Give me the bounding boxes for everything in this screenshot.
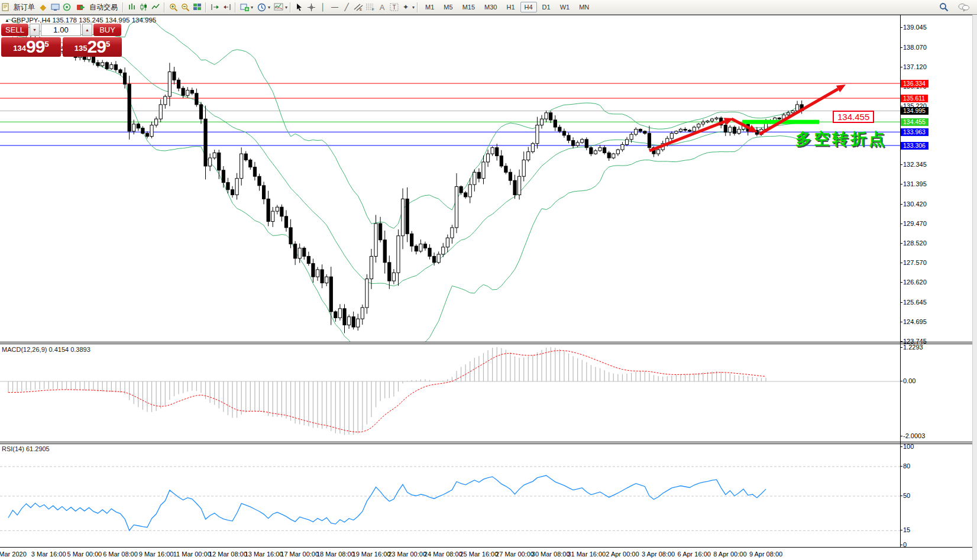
trendline-icon[interactable]: ╱ bbox=[341, 2, 352, 12]
toolbar-separator bbox=[205, 2, 206, 12]
rsi-tick-label: 15 bbox=[903, 526, 910, 533]
price-line-badge: 133.306 bbox=[901, 142, 929, 150]
equidistant-channel-icon[interactable]: E bbox=[352, 2, 364, 12]
timeframe-h4[interactable]: H4 bbox=[520, 2, 537, 12]
tile-windows-icon[interactable] bbox=[191, 2, 203, 12]
auto-trading-button[interactable]: 自动交易 bbox=[73, 1, 120, 13]
crosshair-icon[interactable] bbox=[305, 2, 317, 12]
macd-pane[interactable] bbox=[0, 344, 900, 442]
timeframe-m30[interactable]: M30 bbox=[480, 2, 501, 12]
toolbar-separator bbox=[417, 2, 418, 12]
indicators-icon[interactable] bbox=[273, 2, 284, 12]
time-axis-label: 11 Mar 00:00 bbox=[173, 551, 211, 558]
time-axis-label: 23 Mar 00:00 bbox=[388, 551, 426, 558]
pane-separator[interactable] bbox=[0, 342, 977, 342]
macd-tick-label: 1.2293 bbox=[903, 344, 923, 351]
vertical-line-icon[interactable]: │ bbox=[317, 2, 329, 12]
price-tick-label: 131.395 bbox=[903, 180, 927, 187]
time-axis-label: 6 Mar 08:00 bbox=[103, 551, 138, 558]
price-line-badge: 135.611 bbox=[901, 95, 928, 102]
time-axis-label: 13 Mar 16:00 bbox=[245, 551, 283, 558]
svg-text:F: F bbox=[372, 8, 374, 11]
new-chart-icon[interactable] bbox=[238, 2, 250, 12]
time-axis-label: Mar 2020 bbox=[0, 551, 27, 558]
bar-chart-icon[interactable] bbox=[126, 2, 138, 12]
sell-button[interactable]: SELL bbox=[1, 24, 28, 36]
stack-icon[interactable]: ◆ bbox=[37, 2, 49, 12]
cursor-icon[interactable] bbox=[293, 2, 305, 12]
text-label-icon[interactable]: T bbox=[388, 2, 400, 12]
toolbar-separator bbox=[290, 2, 291, 12]
chat-icon[interactable] bbox=[958, 2, 970, 12]
price-pane[interactable] bbox=[0, 15, 900, 342]
auto-scroll-icon[interactable] bbox=[209, 2, 221, 12]
chevron-down-icon[interactable]: ▾ bbox=[412, 5, 415, 10]
candlestick-icon[interactable] bbox=[138, 2, 150, 12]
monitor-icon[interactable] bbox=[49, 2, 61, 12]
horizontal-line-icon[interactable]: — bbox=[329, 2, 341, 12]
rsi-pane[interactable] bbox=[0, 444, 900, 548]
time-axis-label: 19 Mar 16:00 bbox=[352, 551, 391, 558]
price-line-badge: 133.963 bbox=[901, 128, 929, 136]
buy-price-button[interactable]: 135295 bbox=[63, 37, 122, 57]
timeframe-w1[interactable]: W1 bbox=[556, 2, 574, 12]
volume-increase-button[interactable]: ▲ bbox=[82, 24, 92, 36]
buy-price-sup: 5 bbox=[106, 33, 110, 56]
chevron-down-icon[interactable]: ▾ bbox=[268, 5, 270, 10]
fibonacci-icon[interactable]: F bbox=[364, 2, 376, 12]
price-tick-label: 138.070 bbox=[903, 44, 927, 51]
time-axis-label: 18 Mar 08:00 bbox=[316, 551, 355, 558]
auto-trading-icon bbox=[75, 2, 87, 12]
timeframe-m1[interactable]: M1 bbox=[421, 2, 438, 12]
price-tick-label: 130.420 bbox=[903, 200, 927, 208]
timeframe-h1[interactable]: H1 bbox=[502, 2, 519, 12]
sell-price-big: 99 bbox=[26, 38, 44, 56]
toolbar-separator bbox=[235, 2, 236, 12]
line-chart-icon[interactable] bbox=[150, 2, 161, 12]
buy-price-small: 135 bbox=[75, 41, 88, 56]
pane-separator[interactable] bbox=[0, 442, 977, 442]
time-axis-label: 2 Apr 00:00 bbox=[606, 551, 639, 558]
symbol-timeframe: GBPJPY-,H4 bbox=[11, 17, 50, 24]
rsi-tick-label: 100 bbox=[903, 443, 914, 450]
price-callout-label[interactable]: 134.455 bbox=[833, 111, 874, 123]
zoom-out-icon[interactable] bbox=[179, 2, 191, 12]
time-axis-label: 3 Apr 08:00 bbox=[642, 551, 675, 558]
zoom-in-icon[interactable] bbox=[167, 2, 179, 12]
sell-price-sup: 5 bbox=[44, 33, 48, 56]
chevron-down-icon[interactable]: ▾ bbox=[285, 5, 287, 10]
search-icon[interactable] bbox=[938, 2, 950, 12]
price-tick-label: 124.695 bbox=[903, 318, 927, 325]
price-tick-label: 127.570 bbox=[903, 259, 927, 266]
macd-tick-label: -2.0003 bbox=[903, 432, 925, 439]
timeframe-group: M1M5M15M30H1H4D1W1MN bbox=[420, 2, 594, 12]
sell-price-small: 134 bbox=[13, 41, 26, 56]
timeframe-m15[interactable]: M15 bbox=[458, 2, 479, 12]
time-axis-label: 5 Mar 00:00 bbox=[67, 551, 102, 558]
rsi-label: RSI(14) 61.2905 bbox=[2, 445, 50, 452]
sell-price-button[interactable]: 134995 bbox=[1, 37, 61, 57]
chart-bottom-border bbox=[0, 547, 977, 548]
turning-point-note[interactable]: 多空转折点 bbox=[795, 128, 887, 150]
chart-area[interactable]: 139.045138.070137.120136.170135.220132.3… bbox=[0, 15, 977, 560]
signal-icon[interactable] bbox=[61, 2, 73, 12]
right-scroll-strip[interactable] bbox=[972, 15, 977, 560]
timeframe-d1[interactable]: D1 bbox=[538, 2, 555, 12]
price-tick-label: 137.120 bbox=[903, 63, 927, 70]
text-icon[interactable]: A bbox=[376, 2, 388, 12]
timeframe-m5[interactable]: M5 bbox=[439, 2, 457, 12]
time-axis-label: 9 Apr 08:00 bbox=[749, 551, 782, 558]
time-axis-label: 6 Apr 16:00 bbox=[678, 551, 711, 558]
price-tick-label: 129.470 bbox=[903, 220, 927, 227]
chevron-down-icon[interactable]: ▾ bbox=[251, 5, 253, 10]
period-clock-icon[interactable] bbox=[255, 2, 267, 12]
rsi-tick-label: 0 bbox=[903, 541, 907, 548]
new-order-button[interactable]: 新订单 bbox=[0, 1, 37, 13]
timeframe-mn[interactable]: MN bbox=[575, 2, 593, 12]
arrows-tool-icon[interactable]: ✦ bbox=[400, 2, 412, 12]
collapse-triangle-icon[interactable]: ▲ bbox=[5, 18, 9, 23]
buy-price-big: 29 bbox=[88, 38, 106, 56]
volume-decrease-button[interactable]: ▼ bbox=[30, 24, 40, 36]
toolbar-separator bbox=[122, 2, 124, 12]
chart-shift-icon[interactable] bbox=[221, 2, 232, 12]
